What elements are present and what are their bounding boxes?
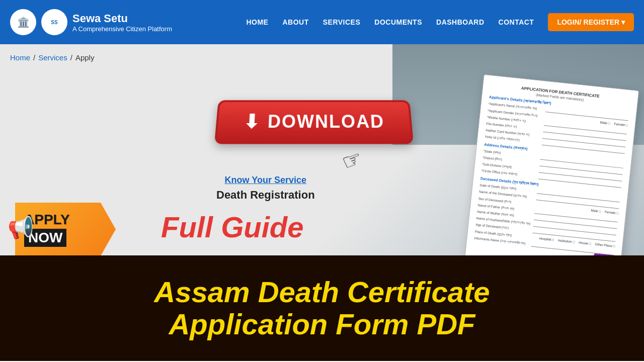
login-register-button[interactable]: LOGIN/ REGISTER ▾ [548, 13, 634, 31]
full-guide-text: Full Guide [161, 210, 304, 244]
breadcrumb-sep1: / [33, 53, 35, 62]
download-icon: ⬇ [243, 111, 262, 133]
navbar: 🏛️ SS Sewa Setu A Comprehensive Citizen … [0, 0, 644, 44]
brand-title: Sewa Setu [72, 12, 172, 25]
download-button[interactable]: ⬇ DOWNLOAD [214, 100, 414, 144]
breadcrumb-home[interactable]: Home [10, 53, 30, 62]
nav-links: HOME ABOUT SERVICES DOCUMENTS DASHBOARD … [246, 13, 634, 31]
bottom-banner: Assam Death Certificate Application Form… [0, 255, 644, 361]
breadcrumb-services[interactable]: Services [38, 53, 67, 62]
brand-text: Sewa Setu A Comprehensive Citizen Platfo… [72, 12, 172, 33]
know-your-service: Know Your Service Death Registration [216, 175, 315, 202]
bottom-banner-text: Assam Death Certificate Application Form… [154, 276, 490, 340]
brand-subtitle: A Comprehensive Citizen Platform [72, 25, 172, 33]
breadcrumb: Home / Services / Apply [10, 53, 94, 62]
main-area: Home / Services / Apply ⬇ DOWNLOAD ☞ Kno… [0, 44, 644, 362]
megaphone-icon: 📢 [8, 215, 34, 240]
kys-label: Know Your Service [216, 175, 315, 186]
bottom-line2: Application Form PDF [154, 308, 490, 340]
download-section: ⬇ DOWNLOAD [216, 100, 412, 144]
emblem-icon: 🏛️ [10, 9, 36, 35]
nav-home[interactable]: HOME [246, 18, 268, 26]
kys-title: Death Registration [216, 189, 315, 202]
sewa-setu-logo: SS [41, 9, 67, 35]
bottom-line1: Assam Death Certificate [154, 276, 490, 308]
cursor-icon: ☞ [338, 145, 365, 175]
download-label: DOWNLOAD [267, 111, 385, 132]
apply-text: APPLY [24, 212, 105, 228]
content-upper: Home / Services / Apply ⬇ DOWNLOAD ☞ Kno… [0, 44, 644, 255]
form-preview: APPLICATION FOR DEATH CERTIFICATE (Marke… [463, 74, 639, 255]
nav-contact[interactable]: CONTACT [499, 18, 534, 26]
breadcrumb-apply: Apply [75, 53, 95, 62]
logo-area: 🏛️ SS Sewa Setu A Comprehensive Citizen … [10, 9, 172, 35]
nav-dashboard[interactable]: DASHBOARD [436, 18, 485, 26]
nav-documents[interactable]: DOCUMENTS [374, 18, 422, 26]
nav-about[interactable]: ABOUT [282, 18, 308, 26]
breadcrumb-sep2: / [70, 53, 72, 62]
nav-services[interactable]: SERVICES [323, 18, 361, 26]
